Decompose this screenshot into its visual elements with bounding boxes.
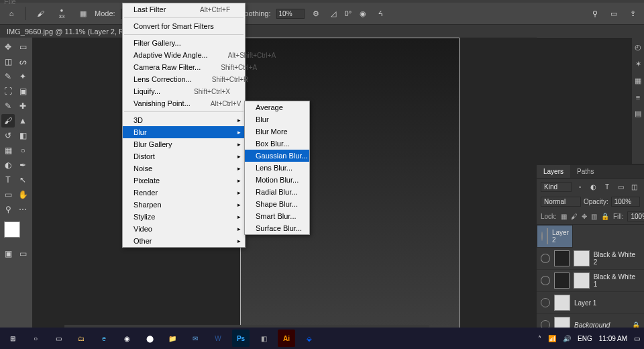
layer-name[interactable]: Black & White 2: [594, 251, 640, 266]
visibility-icon[interactable]: [541, 298, 550, 307]
frame-tool[interactable]: ▣: [16, 85, 30, 98]
gear-icon[interactable]: ⚙: [310, 7, 322, 19]
submenu-item[interactable]: Gaussian Blur...: [245, 150, 309, 162]
layer-thumb[interactable]: [554, 295, 570, 311]
menu-item-noise[interactable]: Noise▸: [123, 162, 245, 174]
healing-tool[interactable]: ✚: [16, 99, 30, 113]
eyedropper-tool[interactable]: ✎: [1, 99, 15, 113]
menu-item[interactable]: Vanishing Point...Alt+Ctrl+V: [123, 97, 245, 109]
tray-chevron-icon[interactable]: ˄: [538, 335, 541, 342]
menu-file[interactable]: File: [4, 0, 16, 5]
task-view-icon[interactable]: ▭: [50, 330, 67, 347]
volume-icon[interactable]: 🔊: [563, 335, 571, 342]
share-icon[interactable]: ⇪: [627, 7, 639, 19]
layer-name[interactable]: Layer 2: [552, 229, 569, 244]
lock-trans-icon[interactable]: ▦: [561, 213, 567, 220]
quickmask-icon[interactable]: ▣: [1, 247, 15, 260]
screenmode-icon[interactable]: ▭: [16, 247, 30, 260]
quick-select-tool[interactable]: ✎: [1, 70, 15, 83]
menu-smart-filters[interactable]: Convert for Smart Filters: [123, 20, 245, 32]
layer-row[interactable]: Layer 2: [537, 225, 573, 248]
path-select-tool[interactable]: ↖: [16, 173, 30, 187]
blur-submenu[interactable]: AverageBlurBlur MoreBox Blur...Gaussian …: [244, 101, 310, 235]
history-brush-tool[interactable]: ↺: [1, 129, 15, 142]
magic-wand-tool[interactable]: ✦: [16, 70, 30, 83]
brush-tool[interactable]: 🖌: [1, 114, 15, 128]
menu-item[interactable]: Camera Raw Filter...Shift+Ctrl+A: [123, 61, 245, 73]
layer-thumb[interactable]: [547, 228, 548, 244]
lang-indicator[interactable]: ENG: [578, 335, 592, 342]
stamp-tool[interactable]: ▲: [16, 114, 30, 128]
mask-thumb[interactable]: [574, 250, 590, 266]
fill-input[interactable]: 100%: [627, 211, 644, 221]
menu-item[interactable]: Filter Gallery...: [123, 37, 245, 49]
symmetry-icon[interactable]: ᔦ: [374, 7, 386, 19]
visibility-icon[interactable]: [541, 276, 550, 285]
menu-item-sharpen[interactable]: Sharpen▸: [123, 199, 245, 211]
menu-item-stylize[interactable]: Stylize▸: [123, 211, 245, 223]
tab-paths[interactable]: Paths: [570, 165, 601, 178]
lasso-tool[interactable]: ᔕ: [16, 55, 30, 68]
swatches-icon[interactable]: ▦: [635, 77, 641, 85]
filter-type-icon[interactable]: T: [602, 181, 612, 193]
notif-icon[interactable]: ▭: [634, 335, 640, 342]
zoom-tool[interactable]: ⚲: [1, 203, 15, 216]
menu-item-pixelate[interactable]: Pixelate▸: [123, 174, 245, 187]
panel-icon[interactable]: ≡: [636, 93, 640, 101]
submenu-item[interactable]: Smart Blur...: [245, 210, 309, 222]
document-tab[interactable]: IMG_9660.jpg @ 11.1% (Layer 2, R: [0, 25, 644, 39]
submenu-item[interactable]: Average: [245, 101, 309, 113]
crop-tool[interactable]: ⛶: [1, 85, 15, 98]
menu-item-3d[interactable]: 3D▸: [123, 114, 245, 126]
angle-icon[interactable]: ◿: [327, 7, 339, 19]
menu-item[interactable]: Lens Correction...Shift+Ctrl+R: [123, 73, 245, 85]
menu-item[interactable]: Liquify...Shift+Ctrl+X: [123, 85, 245, 97]
gradient-tool[interactable]: ▦: [1, 144, 15, 157]
menu-item-distort[interactable]: Distort▸: [123, 150, 245, 162]
marquee-tool[interactable]: ◫: [1, 55, 15, 68]
eraser-tool[interactable]: ◧: [16, 129, 30, 142]
illustrator-icon[interactable]: Ai: [278, 330, 295, 347]
pen-tool[interactable]: ✒: [16, 158, 30, 172]
submenu-item[interactable]: Blur: [245, 113, 309, 126]
explorer-icon[interactable]: 🗂: [72, 330, 90, 347]
edge-icon[interactable]: e: [95, 330, 113, 347]
submenu-item[interactable]: Motion Blur...: [245, 174, 309, 186]
blend-select[interactable]: Normal: [541, 197, 581, 207]
layer-row[interactable]: Black & White 2: [537, 248, 644, 270]
layer-name[interactable]: Layer 1: [574, 299, 596, 307]
menu-item[interactable]: Adaptive Wide Angle...Alt+Shift+Ctrl+A: [123, 49, 245, 61]
submenu-item[interactable]: Box Blur...: [245, 138, 309, 150]
layer-thumb[interactable]: [554, 272, 570, 289]
lock-all-icon[interactable]: 🔒: [601, 213, 609, 220]
menu-item-blur[interactable]: Blur▸: [123, 126, 245, 138]
kind-select[interactable]: Kind: [541, 182, 572, 192]
panel-icon[interactable]: ◴: [635, 43, 641, 52]
layer-name[interactable]: Black & White 1: [594, 273, 640, 288]
blur-tool[interactable]: ○: [16, 144, 30, 157]
mask-thumb[interactable]: [574, 272, 590, 289]
submenu-item[interactable]: Surface Blur...: [245, 222, 309, 234]
brush-icon[interactable]: 🖌: [34, 7, 46, 19]
submenu-item[interactable]: Shape Blur...: [245, 198, 309, 210]
layer-row[interactable]: Black & White 1: [537, 270, 644, 292]
brush-preset[interactable]: ●33: [52, 7, 72, 19]
hand-tool[interactable]: ✋: [16, 188, 30, 201]
lock-nest-icon[interactable]: ▥: [591, 213, 597, 220]
artboard-tool[interactable]: ▭: [16, 40, 30, 54]
filter-menu[interactable]: Last FilterAlt+Ctrl+F Convert for Smart …: [122, 3, 246, 248]
search-icon[interactable]: ⚲: [589, 7, 601, 19]
photoshop-icon[interactable]: Ps: [232, 330, 250, 347]
layer-thumb[interactable]: [554, 250, 570, 266]
lock-paint-icon[interactable]: 🖌: [571, 213, 578, 220]
move-tool[interactable]: ✥: [1, 40, 15, 54]
folder-icon[interactable]: 📁: [164, 330, 181, 347]
wifi-icon[interactable]: 📶: [548, 335, 556, 342]
filter-pixel-icon[interactable]: ▫: [574, 181, 585, 193]
taskbar[interactable]: ⊞ ○ ▭ 🗂 e ◉ ⬤ 📁 ✉ W Ps ◧ Ai ⬙ ˄ 📶 🔊 ENG …: [0, 328, 644, 349]
type-tool[interactable]: T: [1, 173, 15, 187]
collapsed-panels[interactable]: ◴ ✶ ▦ ≡ ▤: [632, 38, 644, 164]
menu-item-blur-gallery[interactable]: Blur Gallery▸: [123, 138, 245, 150]
filter-smart-icon[interactable]: ◫: [629, 181, 640, 193]
visibility-icon[interactable]: [541, 254, 550, 263]
